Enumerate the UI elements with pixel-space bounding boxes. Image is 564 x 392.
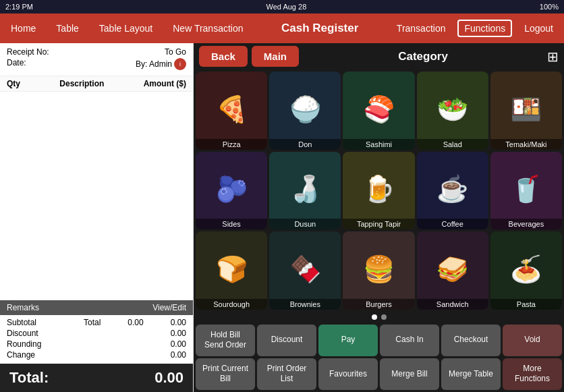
nav-logout[interactable]: Logout [520, 20, 557, 36]
cat-label-1: Don [269, 139, 341, 150]
total-big: Total: 0.00 [0, 364, 193, 392]
pagination [194, 312, 564, 323]
main-button[interactable]: Main [252, 46, 299, 67]
cat-item-don[interactable]: 🍚 Don [269, 72, 341, 150]
change-label: Change [7, 350, 35, 360]
cat-item-dusun[interactable]: 🍶 Dusun [269, 152, 341, 230]
discount-value: 0.00 [171, 329, 186, 338]
discount-label: Discount [7, 329, 38, 338]
cat-label-6: Dusun [269, 219, 341, 229]
cat-emoji-10: 🍞 [196, 231, 267, 307]
status-battery: 100% [540, 3, 559, 11]
cat-item-salad[interactable]: 🥗 Salad [417, 72, 488, 150]
receipt-no-label: Receipt No: [7, 47, 49, 57]
action-row-1: Hold Bill Send OrderDiscountPayCash InCh… [194, 323, 564, 358]
date-label: Date: [7, 58, 26, 70]
cat-label-2: Sashimi [343, 139, 414, 150]
action-btn-merge-bill[interactable]: Merge Bill [380, 358, 439, 390]
cat-emoji-11: 🍫 [269, 231, 341, 307]
right-panel: Back Main Category ⊞ 🍕 Pizza 🍚 Don 🍣 Sas… [194, 43, 564, 392]
nav-right: Transaction Functions Logout [393, 20, 557, 37]
action-btn-merge-table[interactable]: Merge Table [441, 358, 501, 390]
receipt-items [0, 92, 193, 300]
page-dot-1[interactable] [372, 314, 377, 320]
action-btn-favourites[interactable]: Favourites [318, 358, 378, 390]
cat-label-14: Pasta [490, 299, 562, 310]
action-btn-discount[interactable]: Discount [257, 325, 316, 356]
action-btn-more-functions[interactable]: More Functions [503, 358, 562, 390]
cat-emoji-7: 🍺 [343, 152, 414, 227]
cat-emoji-8: ☕ [417, 152, 488, 227]
category-header: Back Main Category ⊞ [194, 43, 564, 69]
cat-item-pasta[interactable]: 🍝 Pasta [490, 231, 562, 310]
action-btn-print-order-list[interactable]: Print Order List [257, 358, 316, 390]
category-title: Category [303, 50, 543, 63]
cat-item-sandwich[interactable]: 🥪 Sandwich [417, 231, 488, 310]
admin-icon: i [174, 58, 186, 70]
cat-item-tapping-tapir[interactable]: 🍺 Tapping Tapir [343, 152, 414, 230]
nav-functions[interactable]: Functions [457, 20, 512, 37]
cat-emoji-2: 🍣 [343, 72, 414, 147]
remarks-bar: Remarks View/Edit [0, 300, 193, 315]
action-btn-cash-in[interactable]: Cash In [380, 325, 439, 356]
cat-label-8: Coffee [417, 219, 488, 229]
nav-table[interactable]: Table [52, 20, 82, 36]
cat-item-beverages[interactable]: 🥤 Beverages [490, 152, 562, 230]
cat-label-3: Salad [417, 139, 488, 150]
view-edit-label[interactable]: View/Edit [152, 303, 186, 312]
action-btn-void[interactable]: Void [503, 325, 562, 356]
cat-label-11: Brownies [269, 299, 341, 310]
main-layout: Receipt No: To Go Date: By: Admin i Qty … [0, 43, 564, 392]
change-value: 0.00 [171, 350, 186, 360]
cat-item-sashimi[interactable]: 🍣 Sashimi [343, 72, 414, 150]
total-inline-value: 0.00 [171, 318, 186, 327]
cat-item-temaki/maki[interactable]: 🍱 Temaki/Maki [490, 72, 562, 150]
cat-item-coffee[interactable]: ☕ Coffee [417, 152, 488, 230]
cat-emoji-12: 🍔 [343, 231, 414, 307]
action-btn-checkout[interactable]: Checkout [441, 325, 501, 356]
cat-emoji-0: 🍕 [196, 72, 267, 147]
big-total-label: Total: [9, 369, 49, 387]
col-description: Description [59, 79, 104, 88]
cat-label-12: Burgers [343, 299, 414, 310]
nav-title: Cash Register [248, 22, 393, 35]
cat-emoji-4: 🍱 [490, 72, 562, 147]
action-btn-pay[interactable]: Pay [318, 325, 378, 356]
nav-table-layout[interactable]: Table Layout [95, 20, 157, 36]
cat-emoji-3: 🥗 [417, 72, 488, 147]
cat-label-9: Beverages [490, 219, 562, 229]
cat-item-brownies[interactable]: 🍫 Brownies [269, 231, 341, 310]
category-grid: 🍕 Pizza 🍚 Don 🍣 Sashimi 🥗 Salad 🍱 Temaki… [194, 69, 564, 312]
left-panel: Receipt No: To Go Date: By: Admin i Qty … [0, 43, 194, 392]
status-bar: 2:19 PM Wed Aug 28 100% [0, 0, 564, 13]
cat-emoji-5: 🫐 [196, 152, 267, 227]
cat-item-sourdough[interactable]: 🍞 Sourdough [196, 231, 267, 310]
cat-emoji-9: 🥤 [490, 152, 562, 227]
cat-emoji-13: 🥪 [417, 231, 488, 307]
filter-icon[interactable]: ⊞ [547, 49, 559, 65]
to-go-label: To Go [165, 47, 186, 57]
action-btn-print-current-bill[interactable]: Print Current Bill [196, 358, 255, 390]
nav-home[interactable]: Home [7, 20, 40, 36]
nav-new-transaction[interactable]: New Transaction [169, 20, 247, 36]
rounding-value: 0.00 [171, 339, 186, 349]
subtotal-label: Subtotal [7, 318, 36, 327]
cat-label-5: Sides [196, 219, 267, 229]
back-button[interactable]: Back [199, 46, 248, 67]
action-row-2: Print Current BillPrint Order ListFavour… [194, 358, 564, 392]
cat-emoji-1: 🍚 [269, 72, 341, 147]
status-time: 2:19 PM [5, 3, 33, 11]
subtotal-value: 0.00 [128, 318, 143, 327]
nav-transaction[interactable]: Transaction [393, 20, 450, 36]
cat-item-sides[interactable]: 🫐 Sides [196, 152, 267, 230]
cat-label-10: Sourdough [196, 299, 267, 310]
page-dot-2[interactable] [381, 314, 387, 320]
rounding-label: Rounding [7, 339, 41, 349]
by-label: By: Admin [136, 59, 172, 69]
receipt-info: Receipt No: To Go Date: By: Admin i [0, 43, 193, 76]
col-headers: Qty Description Amount ($) [0, 76, 193, 92]
cat-item-burgers[interactable]: 🍔 Burgers [343, 231, 414, 310]
big-total-value: 0.00 [154, 369, 184, 387]
cat-item-pizza[interactable]: 🍕 Pizza [196, 72, 267, 150]
action-btn-hold-bill-send-order[interactable]: Hold Bill Send Order [196, 325, 255, 356]
